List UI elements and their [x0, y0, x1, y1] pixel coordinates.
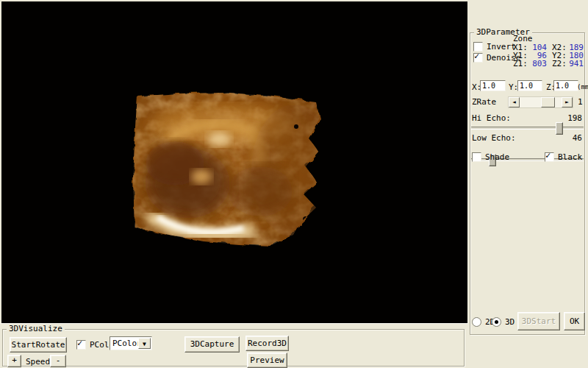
parameter-panel: 3DParameter Invert Denoise Zone X1:104X2… — [468, 0, 588, 368]
pcolor-select-value: PColor — [112, 339, 142, 348]
record-3d-button[interactable]: Record3D — [245, 336, 289, 351]
black-checkbox[interactable] — [545, 152, 554, 162]
scale-z-input[interactable] — [553, 80, 578, 91]
zone-z2-value: 941 — [567, 59, 584, 68]
start-3d-button[interactable]: 3DStart — [517, 312, 560, 330]
visualize-groupbox-title: 3DVisualize — [7, 324, 65, 333]
hi-echo-slider[interactable] — [471, 122, 584, 134]
speed-plus-button[interactable]: + — [7, 355, 21, 367]
scale-row: X: Y: Z: (mm/p) — [470, 80, 588, 93]
scale-x-input[interactable] — [480, 80, 506, 91]
scale-unit-label: (mm/p) — [577, 83, 588, 91]
scroll-right-icon[interactable]: ► — [562, 97, 573, 107]
black-checkbox-row: Black — [545, 152, 582, 163]
shade-checkbox[interactable] — [472, 152, 481, 162]
shade-checkbox-row: Shade — [472, 152, 509, 163]
denoise-checkbox[interactable] — [473, 53, 483, 63]
app-window: { "colors": { "zone_value": "#2b2bb8", "… — [0, 0, 588, 368]
mode-3d-label: 3D — [505, 317, 514, 327]
speed-label: Speed — [26, 357, 50, 367]
invert-checkbox-row: Invert — [473, 42, 516, 52]
render-viewport[interactable] — [1, 1, 467, 323]
capture-3d-button[interactable]: 3DCapture — [184, 336, 240, 353]
scroll-left-icon[interactable]: ◄ — [509, 97, 520, 107]
mode-3d-radio[interactable] — [492, 317, 501, 327]
zrate-value: 1 — [578, 97, 583, 107]
black-label: Black — [558, 152, 582, 162]
pcolor-checkbox[interactable] — [76, 340, 86, 350]
zone-row-z: Z1:803Z2:941 — [513, 59, 584, 68]
mode-2d-radio[interactable] — [472, 317, 481, 327]
ok-button[interactable]: OK — [564, 312, 585, 330]
invert-label: Invert — [487, 42, 516, 52]
low-echo-label: Low Echo: — [472, 133, 516, 143]
zrate-row: ZRate ◄ ► 1 — [470, 96, 588, 108]
zrate-scrollbar-thumb[interactable] — [541, 97, 555, 107]
dropdown-arrow-icon[interactable]: ▼ — [138, 338, 151, 349]
zone-z1-label: Z1: — [513, 59, 528, 68]
shade-label: Shade — [485, 152, 509, 162]
parameter-groupbox: 3DParameter Invert Denoise Zone X1:104X2… — [470, 32, 585, 335]
hi-echo-slider-track — [471, 127, 584, 130]
mode-3d-radio-row: 3D — [492, 317, 514, 328]
visualize-groupbox: 3DVisualize StartRotate + Speed - PColor… — [2, 329, 465, 367]
zone-z2-label: Z2: — [552, 59, 567, 68]
speed-minus-button[interactable]: - — [50, 355, 66, 367]
hi-echo-slider-thumb[interactable] — [556, 122, 563, 135]
zrate-scrollbar[interactable]: ◄ ► — [508, 96, 573, 108]
low-echo-value: 46 — [573, 133, 582, 143]
preview-button[interactable]: Preview — [247, 353, 287, 368]
zrate-label: ZRate — [472, 97, 496, 107]
pcolor-select[interactable]: PColor ▼ — [110, 336, 152, 350]
visualize-panel: 3DVisualize StartRotate + Speed - PColor… — [0, 323, 468, 368]
start-rotate-button[interactable]: StartRotate — [10, 337, 67, 353]
scale-y-input[interactable] — [517, 80, 542, 91]
ultrasound-volume-image — [1, 1, 467, 323]
zone-z1-value: 803 — [528, 59, 547, 68]
